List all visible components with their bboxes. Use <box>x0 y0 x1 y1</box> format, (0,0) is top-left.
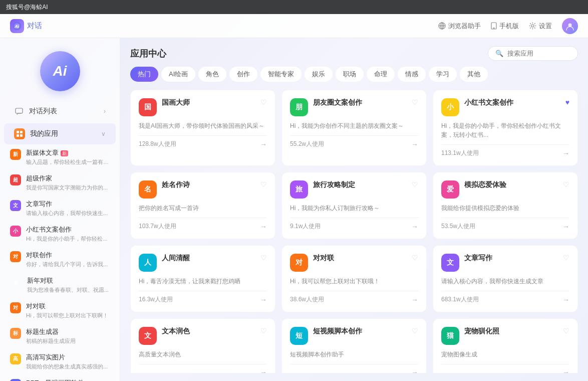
sidebar-app-item[interactable]: 超 超级作家 我是你写国家文字溯能力为你的... <box>0 170 120 196</box>
sidebar-app-item[interactable]: P PPT：最强画图软件 作业…告别最强画图软件... <box>0 374 120 381</box>
app-card[interactable]: 爱 模拟恋爱体验 ♡ 我能给你提供模拟恋爱的体验 53.5w人使用 → <box>433 172 578 239</box>
my-apps-icon <box>14 128 25 139</box>
search-input[interactable] <box>507 50 570 57</box>
app-card[interactable]: 人 人间清醒 ♡ Hi，毒舌冷漠无情，让我来戳打您鸡晒 16.3w人使用 → <box>130 245 275 312</box>
sidebar-ai-text: Ai <box>53 63 67 79</box>
app-card-arrow-icon[interactable]: → <box>562 296 569 304</box>
my-apps-header[interactable]: 我的应用 ∨ <box>4 123 116 144</box>
app-card-footer: 16.3w人使用 → <box>139 291 267 304</box>
sidebar-app-name: 对对联 <box>26 302 110 311</box>
app-card[interactable]: 朋 朋友圈文案创作 ♡ Hi，我能为你创作不同主题的朋友圈文案～ 55.2w人使… <box>281 90 427 166</box>
app-card-arrow-icon[interactable]: → <box>562 368 569 373</box>
app-card-title-area: 模拟恋爱体验 <box>464 180 558 190</box>
tab-命理[interactable]: 命理 <box>367 67 395 82</box>
sidebar-app-name: 新媒体文章 新 <box>26 148 110 157</box>
app-card[interactable]: 对 对对联 ♡ Hi，我可以帮您上联对出下联哦！ 38.6w人使用 → <box>281 245 427 312</box>
tab-创作[interactable]: 创作 <box>229 67 257 82</box>
app-card[interactable]: 文 文章写作 ♡ 请输入核心内容，我帮你快速生成文章 683.1w人使用 → <box>433 245 578 312</box>
sidebar-app-badge: 新 <box>10 149 21 160</box>
app-card[interactable]: 国 国画大师 ♡ 我是AI国画大师，带你领时代体验国画的风采～ 128.8w人使… <box>130 90 275 166</box>
tab-AI绘画[interactable]: AI绘画 <box>161 67 195 82</box>
sidebar-ai-logo: Ai <box>40 51 80 91</box>
sidebar-app-name: 标题生成器 <box>26 327 110 336</box>
sidebar-app-item[interactable]: 标 标题生成器 初稿的标题生成应用 <box>0 323 120 349</box>
app-card-heart-icon[interactable]: ♡ <box>412 180 418 188</box>
app-card-title: 小红书文案创作 <box>464 98 560 107</box>
conversation-list-label: 对话列表 <box>29 107 99 116</box>
app-card-heart-icon[interactable]: ♥ <box>565 98 569 106</box>
sidebar-app-item[interactable]: 新 新媒体文章 新 输入品题，帮你轻松生成一篇有深... <box>0 144 120 170</box>
app-card[interactable]: 文 文本润色 ♡ 高质量文本润色 → <box>130 318 275 373</box>
app-card-arrow-icon[interactable]: → <box>411 296 418 304</box>
app-card[interactable]: 名 姓名作诗 ♡ 把你的姓名写成一首诗 103.7w人使用 → <box>130 172 275 239</box>
app-card-title: 人间清醒 <box>162 254 255 263</box>
app-card-header: 爱 模拟恋爱体验 ♡ <box>441 180 569 199</box>
app-card-arrow-icon[interactable]: → <box>411 223 418 231</box>
sidebar-app-item[interactable]: 文 文章写作 请输入核心内容，我帮你快速生... <box>0 196 120 221</box>
app-card-icon: 猫 <box>441 327 459 345</box>
sidebar-app-badge: P <box>10 379 21 381</box>
settings-label: 设置 <box>539 22 552 31</box>
sidebar-app-info: PPT：最强画图软件 作业…告别最强画图软件... <box>26 378 110 381</box>
app-card-arrow-icon[interactable]: → <box>562 149 569 157</box>
header-logo-icon: Ai <box>10 19 24 33</box>
app-card[interactable]: 短 短视频脚本创作 ♡ 短视频脚本创作助手 → <box>281 318 427 373</box>
app-card-heart-icon[interactable]: ♡ <box>260 98 267 106</box>
app-card-arrow-icon[interactable]: → <box>562 223 569 231</box>
my-apps-section: 我的应用 ∨ 新 新媒体文章 新 输入品题，帮你轻松生成一篇有深... 超 超级… <box>0 123 120 381</box>
app-card-arrow-icon[interactable]: → <box>260 368 267 373</box>
app-card-heart-icon[interactable]: ♡ <box>260 254 267 262</box>
header: Ai 对话 浏览器助手 手机版 设置 <box>0 14 588 38</box>
sidebar-app-item[interactable]: 高 高清写实图片 我能给你的想象生成真实感强的... <box>0 349 120 374</box>
tab-学习[interactable]: 学习 <box>429 67 457 82</box>
app-card-heart-icon[interactable]: ♡ <box>412 254 418 262</box>
app-card-heart-icon[interactable]: ♡ <box>412 98 418 106</box>
sidebar-app-item[interactable]: 新 新年对联 我为您准备春春联、对联、祝愿... <box>0 272 120 298</box>
app-card-header: 旅 旅行攻略制定 ♡ <box>290 180 418 199</box>
tab-娱乐[interactable]: 娱乐 <box>305 67 333 82</box>
app-card-arrow-icon[interactable]: → <box>260 296 267 304</box>
app-card-users: 103.7w人使用 <box>139 222 176 231</box>
app-card-footer: 55.2w人使用 → <box>290 135 418 148</box>
user-avatar[interactable] <box>562 18 578 34</box>
app-card-arrow-icon[interactable]: → <box>260 140 267 148</box>
tab-其他[interactable]: 其他 <box>460 67 488 82</box>
app-card-footer: 128.8w人使用 → <box>139 135 267 148</box>
app-card[interactable]: 旅 旅行攻略制定 ♡ Hi，我能为你私人订制旅行攻略～ 9.1w人使用 → <box>281 172 427 239</box>
app-card-heart-icon[interactable]: ♡ <box>563 327 569 335</box>
app-card[interactable]: 猫 宠物驯化照 ♡ 宠物图像生成 → <box>433 318 578 373</box>
sidebar-app-badge: 超 <box>10 174 21 185</box>
sidebar-app-name: 小红书文案创作 <box>26 225 110 234</box>
app-card-arrow-icon[interactable]: → <box>260 223 267 231</box>
app-card-desc: Hi，我可以帮您上联对出下联哦！ <box>290 277 418 286</box>
tab-角色[interactable]: 角色 <box>198 67 226 82</box>
app-card-users: 16.3w人使用 <box>139 295 173 304</box>
sidebar-item-conversation[interactable]: 对话列表 › <box>4 101 116 121</box>
app-card-arrow-icon[interactable]: → <box>411 368 418 373</box>
mobile-button[interactable]: 手机版 <box>491 22 519 31</box>
sidebar-app-desc: 请输入核心内容，我帮你快速生... <box>26 210 110 217</box>
sidebar-app-desc: 我是你写国家文字溯能力为你的... <box>26 184 110 192</box>
app-card-title-area: 短视频脚本创作 <box>313 327 407 337</box>
app-card-arrow-icon[interactable]: → <box>411 140 418 148</box>
settings-button[interactable]: 设置 <box>529 22 552 31</box>
app-card-desc: Hi，我能为你私人订制旅行攻略～ <box>290 204 418 213</box>
tab-智能专家[interactable]: 智能专家 <box>260 67 302 82</box>
app-card-heart-icon[interactable]: ♡ <box>563 254 569 262</box>
app-card-heart-icon[interactable]: ♡ <box>260 327 267 335</box>
app-card-footer: → <box>290 364 418 373</box>
tab-情感[interactable]: 情感 <box>398 67 426 82</box>
app-card-heart-icon[interactable]: ♡ <box>260 180 267 188</box>
tab-热门[interactable]: 热门 <box>130 67 158 82</box>
sidebar-app-item[interactable]: 小 小红书文案创作 Hi，我是你的小助手，帮你轻松... <box>0 221 120 247</box>
app-card-icon: 旅 <box>290 180 308 199</box>
app-card-header: 朋 朋友圈文案创作 ♡ <box>290 98 418 116</box>
app-card[interactable]: 小 小红书文案创作 ♥ Hi，我是你的小助手，带你轻松创作小红书文案，玩转小红书… <box>433 90 578 166</box>
app-card-icon: 文 <box>441 254 459 272</box>
app-card-heart-icon[interactable]: ♡ <box>563 180 569 188</box>
app-card-heart-icon[interactable]: ♡ <box>412 327 418 335</box>
sidebar-app-item[interactable]: 对 对对联 Hi，我可以帮您上联对出下联啊！ <box>0 298 120 323</box>
sidebar-app-item[interactable]: 对 对联创作 你好，请给我几个字词，告诉我... <box>0 247 120 272</box>
browser-assistant-button[interactable]: 浏览器助手 <box>438 22 481 31</box>
tab-职场[interactable]: 职场 <box>336 67 364 82</box>
